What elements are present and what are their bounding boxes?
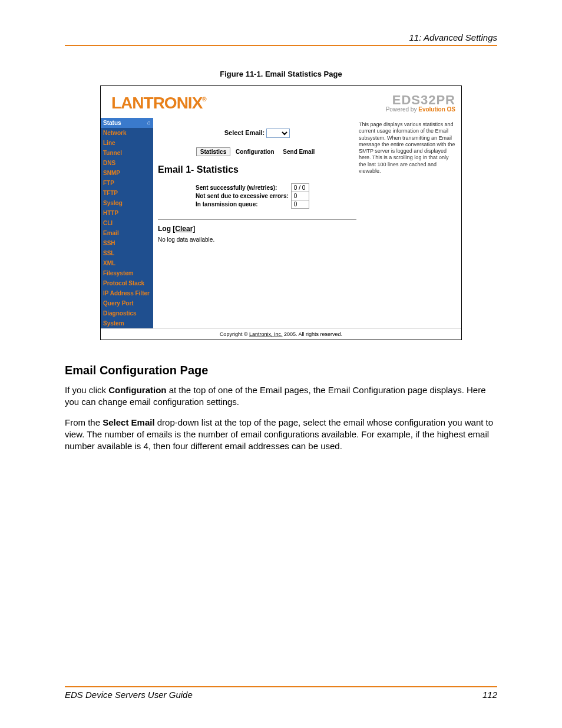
chapter-header: 11: Advanced Settings (65, 32, 497, 46)
stats-table: Sent successfully (w/retries): 0 / 0 Not… (193, 183, 309, 209)
lantronix-link[interactable]: Lantronix, Inc. (249, 331, 283, 337)
sidebar-item-query-port[interactable]: Query Port (101, 298, 153, 308)
stat-label: In tansmission queue: (193, 200, 291, 209)
sidebar-item-protocol-stack[interactable]: Protocol Stack (101, 278, 153, 288)
body-paragraph: If you click Configuration at the top of… (65, 384, 497, 409)
configuration-button[interactable]: Configuration (232, 148, 278, 156)
home-icon[interactable]: ⌂ (147, 119, 151, 126)
sidebar-item-syslog[interactable]: Syslog (101, 198, 153, 208)
divider (158, 219, 356, 220)
lantronix-logo: LANTRONIX® (111, 94, 206, 113)
sidebar-item-system[interactable]: System (101, 318, 153, 328)
page-title: Email 1- Statistics (158, 164, 356, 175)
footer-guide-title: EDS Device Servers User Guide (65, 690, 193, 700)
select-email-label: Select Email: (224, 129, 265, 136)
sidebar-item-tftp[interactable]: TFTP (101, 188, 153, 198)
stat-value: 0 / 0 (291, 184, 309, 192)
clear-log-link[interactable]: [Clear] (173, 225, 195, 233)
figure-caption: Figure 11-1. Email Statistics Page (65, 70, 497, 78)
sidebar-item-http[interactable]: HTTP (101, 208, 153, 218)
log-heading: Log [Clear] (158, 225, 356, 233)
sidebar-item-status[interactable]: Status ⌂ (101, 118, 153, 128)
sidebar-item-snmp[interactable]: SNMP (101, 168, 153, 178)
screenshot-container: LANTRONIX® EDS32PR Powered by Evolution … (100, 85, 462, 340)
sidebar-item-xml[interactable]: XML (101, 258, 153, 268)
send-email-button[interactable]: Send Email (279, 148, 318, 156)
select-email-dropdown[interactable] (266, 129, 290, 138)
table-row: In tansmission queue: 0 (193, 200, 309, 209)
sidebar-item-line[interactable]: Line (101, 138, 153, 148)
body-paragraph: From the Select Email drop-down list at … (65, 417, 497, 453)
table-row: Sent successfully (w/retries): 0 / 0 (193, 184, 309, 192)
screenshot-header: LANTRONIX® EDS32PR Powered by Evolution … (101, 86, 461, 118)
sidebar-item-ssl[interactable]: SSL (101, 248, 153, 258)
content-main: Select Email: Statistics Configuration S… (158, 121, 356, 326)
stat-label: Sent successfully (w/retries): (193, 184, 291, 192)
sidebar: Status ⌂ Network Line Tunnel DNS SNMP FT… (101, 118, 153, 328)
model-logo: EDS32PR Powered by Evolution OS (386, 94, 455, 113)
log-text: No log data available. (158, 236, 356, 243)
screenshot-footer: Copyright © Lantronix, Inc. 2005. All ri… (101, 328, 461, 340)
stat-value: 0 (291, 192, 309, 200)
footer-page-number: 112 (482, 690, 497, 700)
sidebar-item-network[interactable]: Network (101, 128, 153, 138)
sidebar-item-ftp[interactable]: FTP (101, 178, 153, 188)
sidebar-item-filesystem[interactable]: Filesystem (101, 268, 153, 278)
sidebar-item-diagnostics[interactable]: Diagnostics (101, 308, 153, 318)
table-row: Not sent due to excessive errors: 0 (193, 192, 309, 200)
sidebar-item-cli[interactable]: CLI (101, 218, 153, 228)
sidebar-item-ip-address-filter[interactable]: IP Address Filter (101, 288, 153, 298)
help-panel: This page displays various statistics an… (356, 121, 457, 326)
stat-label: Not sent due to excessive errors: (193, 192, 291, 200)
sidebar-item-dns[interactable]: DNS (101, 158, 153, 168)
sidebar-item-email[interactable]: Email (101, 228, 153, 238)
sidebar-item-tunnel[interactable]: Tunnel (101, 148, 153, 158)
stat-value: 0 (291, 200, 309, 209)
statistics-button[interactable]: Statistics (196, 147, 230, 156)
sidebar-item-ssh[interactable]: SSH (101, 238, 153, 248)
section-heading: Email Configuration Page (65, 364, 497, 377)
